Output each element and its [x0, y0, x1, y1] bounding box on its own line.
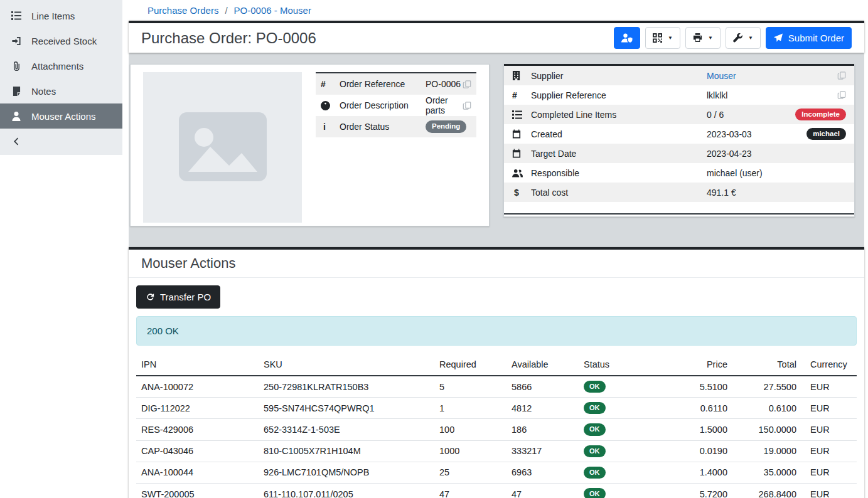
detail-value: PO-0006: [426, 79, 463, 89]
cell-status: OK: [579, 419, 657, 440]
detail-label: Supplier: [531, 71, 707, 81]
cell-required: 47: [434, 483, 506, 498]
cell-available: 186: [506, 419, 579, 440]
detail-value: 0 / 6: [707, 110, 795, 120]
detail-row-order-reference: # Order Reference PO-0006: [316, 73, 476, 95]
status-ok-badge: OK: [584, 402, 606, 414]
status-ok-badge: OK: [584, 381, 606, 393]
cell-required: 100: [434, 419, 506, 440]
table-row: SWT-200005 611-110.107.011/0205 47 47 OK…: [136, 483, 857, 498]
dollar-icon: $: [512, 188, 531, 198]
status-ok-badge: OK: [584, 467, 606, 479]
sidebar-item-received-stock[interactable]: Received Stock: [0, 28, 122, 53]
order-actions-button[interactable]: ▼: [726, 27, 761, 49]
cell-status: OK: [579, 398, 657, 419]
detail-label: Order Reference: [340, 79, 426, 89]
detail-label: Created: [531, 129, 707, 139]
panel-title: Mouser Actions: [141, 255, 852, 272]
order-status-badge: Pending: [426, 120, 466, 133]
sidebar-item-notes[interactable]: Notes: [0, 78, 122, 103]
detail-value: lklklkl: [707, 90, 837, 100]
column-header-status: Status: [579, 356, 657, 376]
cell-available: 5866: [506, 376, 579, 398]
detail-label: Order Status: [340, 122, 426, 132]
cell-sku: 611-110.107.011/0205: [259, 483, 434, 498]
cell-total: 268.8400: [732, 483, 801, 498]
clipboard-icon: [10, 87, 23, 96]
chevron-left-icon: [10, 137, 23, 146]
copy-icon[interactable]: [837, 71, 846, 80]
sidebar-item-line-items[interactable]: Line Items: [0, 3, 122, 28]
cell-currency: EUR: [801, 398, 857, 419]
page-title: Purchase Order: PO-0006: [141, 29, 316, 47]
transfer-po-button[interactable]: Transfer PO: [136, 285, 220, 309]
detail-row-created: Created 2023-03-03 michael: [504, 124, 854, 144]
cell-available: 4812: [506, 398, 579, 419]
cell-currency: EUR: [801, 376, 857, 398]
table-row: ANA-100072 250-72981KLRATR150B3 5 5866 O…: [136, 376, 857, 398]
sidebar-collapse-button[interactable]: [0, 129, 122, 154]
breadcrumb: Purchase Orders / PO-0006 - Mouser: [129, 0, 864, 21]
calendar-icon: [512, 149, 531, 158]
incomplete-badge: Incomplete: [795, 109, 846, 121]
sidebar-item-label: Mouser Actions: [31, 111, 96, 122]
detail-label: Supplier Reference: [531, 90, 707, 100]
print-actions-button[interactable]: ▼: [685, 27, 721, 49]
cell-available: 47: [506, 483, 579, 498]
column-header-currency: Currency: [801, 356, 857, 376]
table-row: ANA-100044 926-LMC7101QM5/NOPB 25 6963 O…: [136, 462, 857, 483]
wrench-icon: [733, 33, 742, 43]
cell-total: 35.0000: [732, 462, 801, 483]
order-details-section: # Order Reference PO-0006 Order Descript…: [129, 53, 864, 247]
sidebar-item-label: Received Stock: [31, 36, 97, 46]
qrcode-icon: [653, 33, 662, 43]
breadcrumb-purchase-orders[interactable]: Purchase Orders: [147, 5, 218, 16]
part-image-placeholder[interactable]: [143, 72, 302, 223]
cell-required: 5: [434, 376, 506, 398]
sidebar-item-mouser-actions[interactable]: Mouser Actions: [0, 103, 122, 129]
created-by-badge: michael: [806, 128, 846, 140]
cell-required: 25: [434, 462, 506, 483]
main-content: Purchase Orders / PO-0006 - Mouser Purch…: [129, 0, 864, 498]
copy-icon[interactable]: [463, 101, 471, 110]
cell-total: 0.6100: [732, 398, 801, 419]
detail-value: Mouser: [707, 71, 837, 81]
cell-ipn: CAP-043046: [136, 440, 259, 462]
cell-status: OK: [579, 483, 657, 498]
breadcrumb-separator: /: [225, 5, 227, 16]
cell-price: 5.5100: [657, 376, 732, 398]
detail-row-supplier-reference: # Supplier Reference lklklkl: [504, 85, 854, 105]
hash-icon: #: [321, 79, 340, 89]
cell-ipn: ANA-100072: [136, 376, 259, 398]
submit-order-label: Submit Order: [788, 33, 844, 43]
submit-order-button[interactable]: Submit Order: [766, 27, 852, 49]
barcode-actions-button[interactable]: ▼: [645, 27, 680, 49]
cell-total: 150.0000: [732, 419, 801, 440]
sidebar-item-attachments[interactable]: Attachments: [0, 53, 122, 78]
detail-value: Order parts: [426, 95, 463, 115]
detail-value: michael (user): [707, 168, 846, 178]
cell-currency: EUR: [801, 419, 857, 440]
sidebar-item-label: Attachments: [31, 61, 83, 72]
detail-row-target-date: Target Date 2023-04-23: [504, 144, 854, 163]
detail-label: Responsible: [531, 168, 707, 178]
sidebar-item-label: Notes: [31, 86, 56, 97]
transfer-po-label: Transfer PO: [160, 292, 211, 302]
column-header-available: Available: [506, 356, 579, 376]
cell-sku: 810-C1005X7R1H104M: [259, 440, 434, 462]
cell-currency: EUR: [801, 483, 857, 498]
column-header-sku: SKU: [259, 356, 434, 376]
copy-icon[interactable]: [837, 90, 846, 100]
cell-price: 0.0190: [657, 440, 732, 462]
cell-currency: EUR: [801, 440, 857, 462]
status-alert-text: 200 OK: [147, 326, 179, 336]
supplier-link[interactable]: Mouser: [707, 71, 736, 81]
copy-icon[interactable]: [463, 80, 471, 89]
cell-sku: 595-SN74HCS74QPWRQ1: [259, 398, 434, 419]
column-header-required: Required: [434, 356, 506, 376]
supplier-details-table: Supplier Mouser # Supplier Reference lkl…: [504, 64, 854, 215]
detail-label: Completed Line Items: [531, 110, 707, 120]
cell-status: OK: [579, 440, 657, 462]
admin-button[interactable]: [614, 27, 640, 49]
breadcrumb-current[interactable]: PO-0006 - Mouser: [234, 5, 311, 16]
